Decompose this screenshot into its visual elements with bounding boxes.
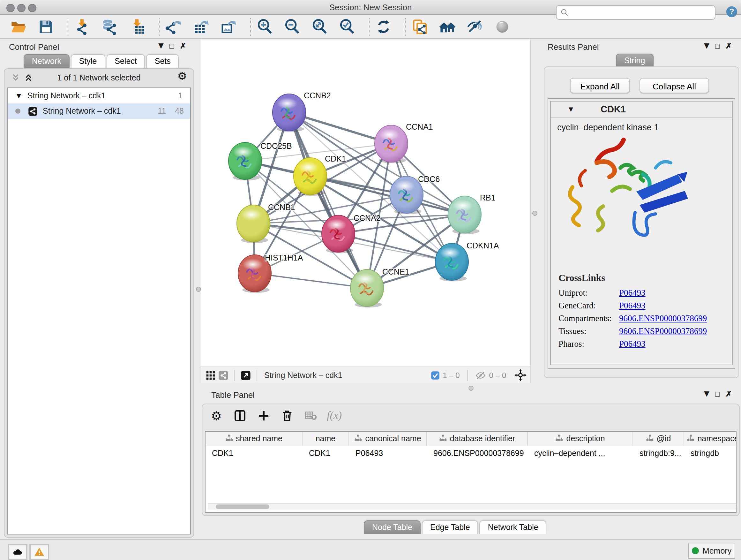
clear-table-icon[interactable]: [303, 408, 319, 423]
first-neighbors-icon[interactable]: [438, 17, 457, 36]
import-network-database-icon[interactable]: [100, 17, 119, 36]
table-cell[interactable]: stringdb:9...: [633, 446, 684, 460]
network-collection-row[interactable]: ▼ String Network – cdk1 1: [8, 88, 190, 104]
bottom-splitter-handle[interactable]: [468, 386, 474, 391]
table-cell[interactable]: CDK1: [302, 446, 349, 460]
crosslink-value-link[interactable]: 9606.ENSP00000378699: [619, 314, 707, 324]
network-row[interactable]: String Network – cdk1 11 48: [8, 104, 190, 119]
table-settings-gear-icon[interactable]: ⚙: [209, 408, 224, 423]
string-results-scroll-area[interactable]: ▼ CDK1 cyclin–dependent kinase 1: [548, 98, 735, 369]
column-label: canonical name: [365, 434, 421, 443]
selected-checkbox-icon[interactable]: [430, 371, 440, 380]
show-columns-icon[interactable]: [232, 408, 248, 423]
search-input[interactable]: [569, 7, 715, 18]
column-header-namespace[interactable]: namespace: [684, 432, 737, 446]
tab-network[interactable]: Network: [23, 54, 70, 68]
tab-select[interactable]: Select: [106, 54, 145, 68]
tab-network-table[interactable]: Network Table: [480, 520, 547, 534]
left-splitter-handle[interactable]: [196, 287, 201, 292]
column-header-shared-name[interactable]: shared name: [205, 432, 302, 446]
zoom-in-icon[interactable]: [255, 17, 274, 36]
crosslink-row: Pharos:P06493: [558, 339, 732, 349]
add-column-icon[interactable]: [256, 408, 271, 423]
column-header-name[interactable]: name: [302, 432, 349, 446]
table-cell[interactable]: stringdb: [684, 446, 737, 460]
expand-all-button[interactable]: Expand All: [570, 78, 630, 93]
column-header-at-id[interactable]: @id: [633, 432, 684, 446]
save-session-icon[interactable]: [37, 17, 56, 36]
pan-crosshair-icon[interactable]: [515, 369, 527, 381]
table-cell[interactable]: CDK1: [205, 446, 302, 460]
tab-style[interactable]: Style: [71, 54, 105, 68]
node-label-ccnb1: CCNB1: [268, 203, 295, 212]
results-panel-menu-icon[interactable]: ▼: [704, 42, 710, 50]
network-view[interactable]: CCNB2CCNA1CDC25BCDK1CDC6RB1CCNB1CCNA2CDK…: [200, 40, 531, 383]
column-header-canonical-name[interactable]: canonical name: [349, 432, 427, 446]
zoom-out-icon[interactable]: [283, 17, 302, 36]
table-panel-menu-icon[interactable]: ▼: [704, 390, 710, 398]
gene-card-collapse-icon[interactable]: ▼: [569, 106, 573, 112]
column-header-description[interactable]: description: [528, 432, 633, 446]
results-panel-close-icon[interactable]: ✗: [725, 42, 732, 50]
table-panel-close-icon[interactable]: ✗: [725, 390, 732, 398]
show-all-icon[interactable]: [493, 17, 512, 36]
protein-structure-image: [560, 131, 700, 268]
node-label-ccna2: CCNA2: [354, 213, 381, 223]
function-builder-icon[interactable]: f(x): [327, 408, 342, 423]
control-panel-float-icon[interactable]: □: [170, 42, 174, 50]
search-box[interactable]: [556, 5, 716, 20]
crosslink-value-link[interactable]: P06493: [619, 339, 646, 349]
crosslink-value-link[interactable]: P06493: [619, 301, 646, 311]
results-panel-float-icon[interactable]: □: [715, 42, 720, 50]
table-cell[interactable]: P06493: [349, 446, 427, 460]
node-highlight: [326, 219, 347, 231]
network-graph[interactable]: CCNB2CCNA1CDC25BCDK1CDC6RB1CCNB1CCNA2CDK…: [200, 40, 530, 367]
table-panel-body: ⚙ f(x) shared namenamecanonical namedata…: [202, 403, 740, 516]
table-cell[interactable]: cyclin–dependent ...: [528, 446, 633, 460]
network-badge-icon[interactable]: [217, 369, 230, 381]
network-edge[interactable]: [255, 273, 367, 288]
table-cell[interactable]: 9606.ENSP00000378699: [427, 446, 528, 460]
duplicate-network-icon[interactable]: [410, 17, 429, 36]
crosslink-value-link[interactable]: 9606.ENSP00000378699: [619, 326, 707, 336]
table-row[interactable]: CDK1CDK1P064939606.ENSP00000378699cyclin…: [205, 446, 736, 460]
tab-node-table[interactable]: Node Table: [364, 520, 421, 534]
collection-expand-icon[interactable]: ▼: [17, 92, 21, 99]
hidden-eye-slash-icon[interactable]: [476, 370, 486, 380]
right-splitter-handle[interactable]: [532, 211, 537, 216]
column-header-database-identifier[interactable]: database identifier: [427, 432, 528, 446]
cloud-status-button[interactable]: [8, 544, 27, 560]
memory-button[interactable]: Memory: [688, 543, 735, 559]
table-horizontal-scrollbar[interactable]: [208, 503, 737, 509]
delete-column-icon[interactable]: [280, 408, 295, 423]
export-network-icon[interactable]: [164, 17, 183, 36]
import-table-file-icon[interactable]: [128, 17, 147, 36]
network-label: String Network – cdk1: [43, 107, 121, 116]
control-panel-menu-icon[interactable]: ▼: [158, 42, 164, 50]
crosslink-value-link[interactable]: P06493: [619, 288, 646, 298]
help-button[interactable]: ?: [726, 6, 737, 17]
refresh-layout-icon[interactable]: [374, 17, 393, 36]
open-in-window-icon[interactable]: [239, 369, 252, 381]
memory-status-dot: [692, 547, 699, 554]
tab-sets[interactable]: Sets: [146, 54, 179, 68]
warning-status-button[interactable]: [29, 544, 49, 560]
scrollbar-handle[interactable]: [216, 504, 269, 509]
collapse-all-button[interactable]: Collapse All: [639, 78, 709, 93]
export-table-icon[interactable]: [192, 17, 211, 36]
zoom-fit-icon[interactable]: [310, 17, 329, 36]
open-session-icon[interactable]: [9, 17, 28, 36]
network-options-gear-icon[interactable]: ⚙: [178, 70, 187, 82]
import-network-file-icon[interactable]: [73, 17, 92, 36]
tab-edge-table[interactable]: Edge Table: [422, 520, 478, 534]
zoom-selected-icon[interactable]: [338, 17, 357, 36]
control-panel-close-icon[interactable]: ✗: [180, 42, 186, 50]
export-image-icon[interactable]: [219, 17, 238, 36]
table-panel-float-icon[interactable]: □: [715, 390, 720, 398]
hide-selected-icon[interactable]: [465, 17, 484, 36]
tab-string[interactable]: String: [616, 54, 653, 67]
network-tree: ▼ String Network – cdk1 1 String Network…: [7, 87, 191, 535]
node-table[interactable]: shared namenamecanonical namedatabase id…: [205, 431, 737, 513]
birds-eye-view-icon[interactable]: [204, 369, 217, 381]
gene-card-header[interactable]: ▼ CDK1: [551, 102, 732, 118]
